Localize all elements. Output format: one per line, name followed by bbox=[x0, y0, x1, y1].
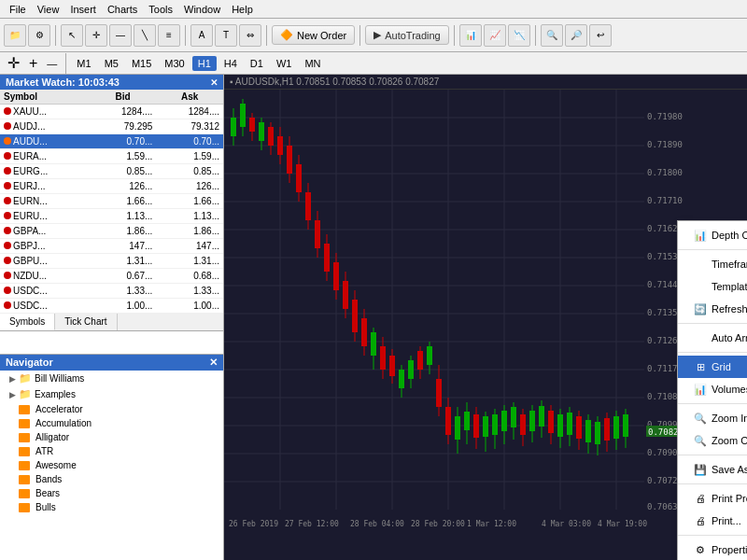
market-row[interactable]: USDC... 1.00... 1.00... bbox=[0, 299, 223, 314]
period-m5[interactable]: M5 bbox=[99, 56, 124, 71]
plus-tool[interactable]: + bbox=[25, 55, 41, 72]
navigator-item[interactable]: Bears bbox=[0, 486, 223, 500]
toolbar-btn-14[interactable]: 🔍 bbox=[541, 24, 563, 47]
tab-symbols[interactable]: Symbols bbox=[0, 314, 55, 330]
navigator-item[interactable]: Alligator bbox=[0, 430, 223, 444]
period-h1[interactable]: H1 bbox=[192, 56, 217, 71]
navigator-title: Navigator bbox=[6, 357, 53, 369]
toolbar-btn-11[interactable]: 📊 bbox=[459, 24, 482, 47]
context-menu-item[interactable]: 📊 Depth Of Market Alt+B bbox=[678, 224, 747, 246]
market-row[interactable]: EURN... 1.66... 1.66... bbox=[0, 194, 223, 209]
menu-charts[interactable]: Charts bbox=[102, 2, 143, 17]
svg-text:26 Feb 2019: 26 Feb 2019 bbox=[229, 520, 278, 528]
toolbar-btn-12[interactable]: 📈 bbox=[484, 24, 506, 47]
svg-rect-79 bbox=[492, 414, 498, 435]
period-m30[interactable]: M30 bbox=[159, 56, 190, 71]
market-row[interactable]: XAUU... 1284.... 1284.... bbox=[0, 105, 223, 119]
navigator-group[interactable]: ▶ 📁 Bill Williams bbox=[0, 371, 223, 386]
toolbar-btn-2[interactable]: ⚙ bbox=[28, 24, 50, 47]
toolbar-btn-9[interactable]: T bbox=[215, 24, 237, 47]
toolbar-sep-4 bbox=[359, 25, 360, 46]
bid-cell: 1.00... bbox=[90, 299, 157, 314]
market-row[interactable]: EURG... 0.85... 0.85... bbox=[0, 164, 223, 179]
menu-insert[interactable]: Insert bbox=[64, 2, 102, 17]
context-menu-item[interactable]: 🔍 Zoom Out - bbox=[678, 429, 747, 452]
navigator-close[interactable]: ✕ bbox=[209, 357, 218, 369]
menu-help[interactable]: Help bbox=[226, 2, 259, 17]
toolbar-btn-1[interactable]: 📁 bbox=[4, 24, 26, 47]
toolbar-btn-7[interactable]: ≡ bbox=[158, 24, 180, 47]
symbol-icon bbox=[4, 242, 11, 249]
market-row[interactable]: GBPU... 1.31... 1.31... bbox=[0, 254, 223, 269]
navigator-item[interactable]: Awesome bbox=[0, 458, 223, 472]
auto-trading-button[interactable]: ▶ AutoTrading bbox=[365, 25, 449, 45]
toolbar-btn-5[interactable]: — bbox=[109, 24, 132, 47]
context-menu-item[interactable]: ⚙ Properties... F8 bbox=[678, 539, 747, 560]
navigator-group[interactable]: ▶ 📁 Examples bbox=[0, 386, 223, 402]
market-row[interactable]: GBPA... 1.86... 1.86... bbox=[0, 224, 223, 239]
market-row[interactable]: USDC... 1.33... 1.33... bbox=[0, 284, 223, 299]
menu-view[interactable]: View bbox=[32, 2, 65, 17]
svg-text:0.71980: 0.71980 bbox=[647, 112, 683, 121]
ctx-label: Print... bbox=[712, 515, 747, 526]
period-m1[interactable]: M1 bbox=[71, 56, 96, 71]
context-menu-item[interactable]: 🔍 Zoom In + bbox=[678, 407, 747, 429]
market-row[interactable]: AUDJ... 79.295 79.312 bbox=[0, 119, 223, 134]
chart-area[interactable]: ▪ AUDUSDk,H1 0.70851 0.70853 0.70826 0.7… bbox=[224, 75, 747, 560]
toolbar-btn-3[interactable]: ↖ bbox=[61, 24, 83, 47]
context-menu-item[interactable]: 💾 Save As Picture... bbox=[678, 458, 747, 481]
svg-text:28 Feb 20:00: 28 Feb 20:00 bbox=[411, 520, 465, 528]
context-menu-item[interactable]: Auto Arrange Ctrl+A bbox=[678, 327, 747, 349]
toolbar-btn-8[interactable]: A bbox=[190, 24, 213, 47]
ctx-icon-grid: ⊞ bbox=[693, 359, 708, 374]
menu-window[interactable]: Window bbox=[178, 2, 226, 17]
market-watch-header: Market Watch: 10:03:43 ✕ bbox=[0, 75, 223, 90]
navigator-item[interactable]: ATR bbox=[0, 444, 223, 458]
navigator-item[interactable]: Accumulation bbox=[0, 416, 223, 430]
toolbar-btn-16[interactable]: ↩ bbox=[589, 24, 612, 47]
indicator-icon bbox=[19, 405, 30, 414]
context-menu-item[interactable]: 🖨 Print... Ctrl+P bbox=[678, 510, 747, 532]
market-row[interactable]: EURU... 1.13... 1.13... bbox=[0, 209, 223, 224]
market-row[interactable]: GBPJ... 147... 147... bbox=[0, 239, 223, 254]
symbol-cell: USDC... bbox=[0, 299, 90, 314]
toolbar-btn-13[interactable]: 📉 bbox=[508, 24, 530, 47]
tab-tick-chart[interactable]: Tick Chart bbox=[55, 314, 117, 330]
market-row[interactable]: NZDU... 0.67... 0.68... bbox=[0, 269, 223, 284]
context-menu-item[interactable]: 🔄 Refresh bbox=[678, 298, 747, 320]
toolbar-btn-10[interactable]: ⇔ bbox=[239, 24, 261, 47]
group-label: Examples bbox=[35, 389, 76, 399]
new-order-button[interactable]: 🔶 New Order bbox=[272, 25, 355, 45]
bid-cell: 79.295 bbox=[90, 119, 157, 134]
chart-canvas[interactable]: 0.71980 0.71890 0.71800 0.71710 0.71620 … bbox=[224, 90, 747, 556]
period-mn[interactable]: MN bbox=[299, 56, 326, 71]
market-row[interactable]: EURA... 1.59... 1.59... bbox=[0, 149, 223, 164]
period-d1[interactable]: D1 bbox=[245, 56, 269, 71]
svg-rect-99 bbox=[585, 420, 591, 442]
navigator-item[interactable]: Bands bbox=[0, 472, 223, 486]
period-w1[interactable]: W1 bbox=[271, 56, 298, 71]
context-menu-item[interactable]: Timeframes ▶ bbox=[678, 253, 747, 275]
context-menu-item[interactable]: 🖨 Print Preview bbox=[678, 487, 747, 510]
menu-file[interactable]: File bbox=[4, 2, 32, 17]
market-row[interactable]: AUDU... 0.70... 0.70... bbox=[0, 134, 223, 149]
svg-rect-23 bbox=[231, 118, 236, 136]
navigator-item[interactable]: Bulls bbox=[0, 500, 223, 514]
period-h4[interactable]: H4 bbox=[218, 56, 243, 71]
toolbar-btn-6[interactable]: ╲ bbox=[134, 24, 156, 47]
market-row[interactable]: EURJ... 126... 126... bbox=[0, 179, 223, 194]
navigator-item[interactable]: Accelerator bbox=[0, 402, 223, 416]
crosshair-tool[interactable]: ✛ bbox=[4, 54, 23, 72]
context-menu-item[interactable]: 📊 Volumes Ctrl+L bbox=[678, 378, 747, 400]
market-watch-close[interactable]: ✕ bbox=[210, 77, 218, 88]
period-m15[interactable]: M15 bbox=[126, 56, 157, 71]
ask-cell: 1.00... bbox=[156, 299, 223, 314]
ctx-icon-empty bbox=[693, 257, 708, 272]
toolbar-btn-15[interactable]: 🔎 bbox=[565, 24, 587, 47]
menu-tools[interactable]: Tools bbox=[143, 2, 178, 17]
context-menu-item[interactable]: Template ▶ bbox=[678, 275, 747, 298]
toolbar-btn-4[interactable]: ✛ bbox=[85, 24, 107, 47]
context-menu-item[interactable]: ⊞ Grid Ctrl+G bbox=[678, 356, 747, 378]
navigator-tree: ▶ 📁 Bill Williams ▶ 📁 Examples Accelerat… bbox=[0, 371, 223, 514]
line-tool[interactable]: — bbox=[43, 58, 61, 69]
